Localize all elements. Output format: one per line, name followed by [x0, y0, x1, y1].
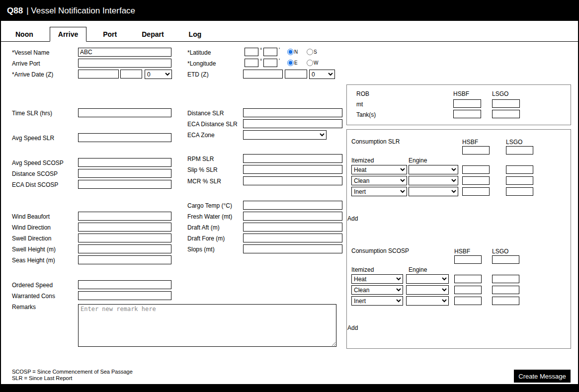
- longitude-min-input[interactable]: [263, 59, 277, 67]
- latitude-deg-input[interactable]: [245, 48, 258, 56]
- wind-direction-input[interactable]: [78, 223, 171, 232]
- rob-tanks-lsgo-input[interactable]: [492, 110, 520, 118]
- seas-height-input[interactable]: [78, 255, 171, 264]
- consumption-scosp-lsgo-input[interactable]: [492, 297, 519, 305]
- consumption-scosp-item-select[interactable]: Heat: [351, 274, 403, 284]
- longitude-east-radio[interactable]: [287, 60, 294, 66]
- tab-noon[interactable]: Noon: [7, 27, 42, 42]
- rpm-slr-input[interactable]: [243, 154, 342, 163]
- latitude-south-radio[interactable]: [307, 49, 313, 55]
- vessel-name-input[interactable]: [78, 48, 171, 57]
- consumption-slr-engine-select[interactable]: [409, 176, 458, 185]
- slops-label: Slops (mt): [187, 246, 215, 253]
- arrive-date-tz-select[interactable]: 0: [145, 70, 172, 79]
- consumption-slr-item-select[interactable]: Heat: [351, 165, 407, 174]
- seas-height-label: Seas Height (m): [12, 257, 55, 264]
- latitude-min-input[interactable]: [263, 48, 277, 56]
- create-message-button[interactable]: Create Message: [514, 370, 571, 383]
- consumption-slr-hsbf-input[interactable]: [462, 187, 490, 196]
- consumption-scosp-engine-header: Engine: [409, 266, 427, 273]
- etd-tz-select[interactable]: 0: [309, 70, 335, 79]
- latitude-south-label: S: [314, 49, 317, 55]
- warranted-cons-input[interactable]: [78, 291, 171, 300]
- warranted-cons-label: Warranted Cons: [12, 293, 55, 300]
- eca-dist-scosp-input[interactable]: [78, 180, 171, 189]
- rob-mt-hsbf-input[interactable]: [453, 99, 481, 108]
- consumption-slr-lsgo-input[interactable]: [506, 165, 533, 174]
- slops-input[interactable]: [243, 244, 342, 253]
- rob-mt-lsgo-input[interactable]: [492, 99, 520, 108]
- latitude-north-radio[interactable]: [287, 49, 294, 55]
- consumption-scosp-engine-select[interactable]: [406, 296, 449, 306]
- arrive-port-label: Arrive Port: [12, 60, 40, 67]
- draft-aft-input[interactable]: [243, 223, 342, 232]
- consumption-slr-lsgo-total-input[interactable]: [506, 146, 533, 155]
- minute-symbol: ': [279, 47, 280, 53]
- longitude-deg-input[interactable]: [245, 59, 258, 67]
- swell-height-input[interactable]: [78, 244, 171, 253]
- remarks-textarea[interactable]: [78, 304, 336, 347]
- consumption-slr-add-link[interactable]: Add: [347, 215, 358, 222]
- consumption-slr-item-select[interactable]: Clean: [351, 176, 407, 185]
- longitude-west-radio[interactable]: [307, 60, 313, 66]
- time-slr-input[interactable]: [78, 108, 171, 117]
- wind-beaufort-input[interactable]: [78, 212, 171, 221]
- eca-distance-slr-input[interactable]: [243, 119, 342, 128]
- ordered-speed-input[interactable]: [78, 280, 171, 289]
- slip-slr-label: Slip % SLR: [187, 166, 218, 173]
- consumption-scosp-item-select[interactable]: Inert: [351, 296, 403, 306]
- etd-time-input[interactable]: [285, 70, 307, 78]
- arrive-time-input[interactable]: [120, 70, 142, 78]
- consumption-slr-engine-select[interactable]: [409, 165, 458, 174]
- eca-zone-select[interactable]: [243, 130, 327, 140]
- arrive-date-input[interactable]: [78, 70, 119, 78]
- consumption-scosp-hsbf-total-input[interactable]: [454, 255, 482, 264]
- consumption-slr-lsgo-input[interactable]: [506, 187, 533, 196]
- tab-log[interactable]: Log: [180, 27, 210, 42]
- consumption-scosp-engine-select[interactable]: [406, 274, 449, 284]
- consumption-scosp-hsbf-input[interactable]: [454, 275, 482, 283]
- rob-tanks-hsbf-input[interactable]: [453, 110, 481, 118]
- consumption-slr-engine-select[interactable]: [409, 187, 458, 196]
- consumption-scosp-hsbf-input[interactable]: [454, 286, 482, 294]
- etd-date-input[interactable]: [243, 70, 283, 78]
- draft-fore-label: Draft Fore (m): [187, 235, 225, 242]
- ordered-speed-label: Ordered Speed: [12, 282, 53, 289]
- eca-distance-slr-label: ECA Distance SLR: [187, 121, 238, 128]
- distance-scosp-label: Distance SCOSP: [12, 170, 58, 177]
- arrive-date-label: *Arrive Date (Z): [12, 71, 53, 78]
- consumption-slr-item-select[interactable]: Inert: [351, 187, 407, 196]
- latitude-label: *Latitude: [187, 49, 211, 56]
- draft-fore-input[interactable]: [243, 234, 342, 242]
- tab-port[interactable]: Port: [94, 27, 125, 42]
- consumption-slr-hsbf-total-input[interactable]: [462, 146, 490, 155]
- tab-arrive[interactable]: Arrive: [50, 27, 86, 42]
- consumption-scosp-lsgo-input[interactable]: [492, 275, 519, 283]
- distance-scosp-input[interactable]: [78, 169, 171, 178]
- cargo-temp-label: Cargo Temp (°C): [187, 202, 232, 209]
- consumption-scosp-engine-select[interactable]: [406, 285, 449, 295]
- longitude-east-label: E: [294, 60, 298, 66]
- consumption-scosp-lsgo-input[interactable]: [492, 286, 519, 294]
- consumption-slr-lsgo-input[interactable]: [506, 176, 533, 185]
- fresh-water-input[interactable]: [243, 212, 342, 221]
- swell-direction-input[interactable]: [78, 234, 171, 242]
- consumption-slr-hsbf-input[interactable]: [462, 165, 490, 174]
- tab-depart[interactable]: Depart: [133, 27, 172, 42]
- distance-slr-input[interactable]: [243, 108, 342, 117]
- consumption-scosp-hsbf-input[interactable]: [454, 297, 482, 305]
- consumption-scosp-lsgo-total-input[interactable]: [492, 255, 519, 264]
- cargo-temp-input[interactable]: [243, 201, 342, 210]
- arrive-port-input[interactable]: [78, 59, 171, 68]
- mcr-slr-input[interactable]: [243, 176, 342, 185]
- slip-slr-input[interactable]: [243, 165, 342, 174]
- consumption-scosp-item-select[interactable]: Clean: [351, 285, 403, 295]
- fresh-water-label: Fresh Water (mt): [187, 213, 232, 220]
- eca-dist-scosp-label: ECA Dist SCOSP: [12, 181, 58, 188]
- consumption-slr-hsbf-input[interactable]: [462, 176, 490, 185]
- avg-speed-scosp-input[interactable]: [78, 158, 171, 167]
- consumption-scosp-add-link[interactable]: Add: [347, 324, 358, 331]
- bottom-bar: [1, 384, 578, 391]
- rob-hsbf-header: HSBF: [453, 90, 469, 97]
- avg-speed-slr-input[interactable]: [78, 133, 171, 142]
